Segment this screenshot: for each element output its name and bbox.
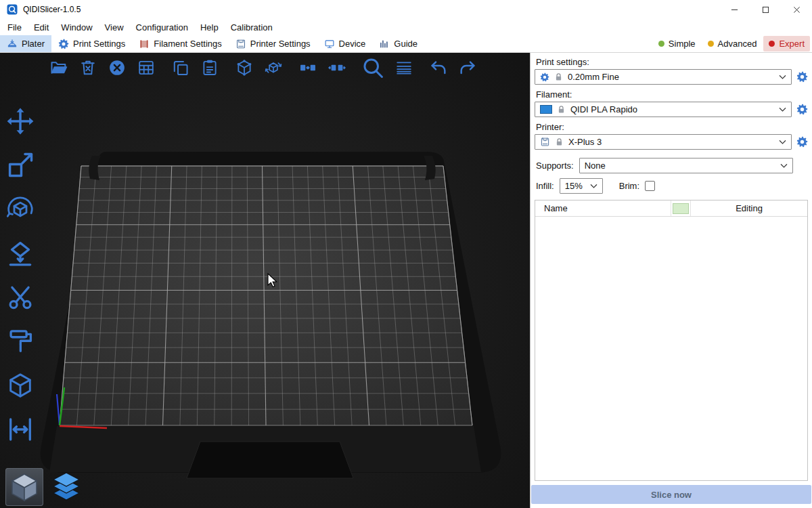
scissors-icon [5, 282, 35, 312]
delete-button[interactable] [78, 58, 98, 78]
print-settings-gear-button[interactable] [796, 71, 808, 83]
build-plate-scene [0, 53, 530, 508]
tab-guide[interactable]: Guide [372, 35, 424, 52]
titlebar: QIDISlicer-1.0.5 [0, 0, 812, 19]
undo-icon [429, 58, 448, 77]
redo-button[interactable] [457, 58, 478, 78]
search-icon [361, 56, 384, 79]
variable-layer-height-button[interactable] [394, 58, 414, 78]
sidebar: Print settings: 0.20mm Fine Filament: QI… [530, 53, 812, 508]
cut-button[interactable] [5, 282, 36, 313]
chevron-down-icon [779, 75, 786, 80]
column-extruder [671, 200, 691, 216]
supports-label: Supports: [536, 161, 574, 171]
mode-advanced[interactable]: Advanced [702, 36, 763, 51]
calipers-button[interactable] [5, 414, 36, 445]
search-button[interactable] [361, 58, 384, 78]
mode-expert[interactable]: Expert [763, 36, 810, 51]
maximize-button[interactable] [750, 0, 781, 19]
filament-combo[interactable]: QIDI PLA Rapido [535, 102, 792, 117]
gear-icon [540, 72, 549, 82]
split-to-parts-button[interactable] [327, 58, 347, 78]
supports-combo[interactable]: None [579, 158, 793, 173]
add-instance-button[interactable] [234, 58, 254, 78]
chevron-down-icon [779, 107, 786, 112]
delete-all-button[interactable] [107, 58, 127, 78]
mode-simple[interactable]: Simple [653, 36, 701, 51]
remove-instance-button[interactable] [263, 58, 284, 78]
redo-icon [458, 58, 477, 77]
guide-bars-icon [379, 39, 390, 49]
brim-checkbox[interactable] [645, 181, 655, 191]
editor-view-button[interactable] [5, 468, 43, 506]
extruder-chip [673, 203, 689, 214]
move-button[interactable] [5, 106, 36, 137]
printer-value: X-Plus 3 [568, 137, 602, 147]
tab-plater[interactable]: Plater [0, 35, 51, 52]
menu-help[interactable]: Help [194, 20, 225, 35]
window-title: QIDISlicer-1.0.5 [23, 5, 81, 14]
open-button[interactable] [49, 58, 69, 78]
brim-label: Brim: [619, 181, 639, 191]
menu-configuration[interactable]: Configuration [130, 20, 194, 35]
filament-gear-button[interactable] [796, 104, 808, 115]
chevron-down-icon [779, 140, 786, 145]
copy-icon [171, 58, 190, 77]
lock-icon [554, 72, 564, 82]
paste-button[interactable] [200, 58, 220, 78]
menu-window[interactable]: Window [55, 20, 98, 35]
tab-printer-settings[interactable]: Printer Settings [229, 35, 317, 52]
infill-combo[interactable]: 15% [560, 178, 603, 194]
close-button[interactable] [781, 0, 812, 19]
tab-device-label: Device [339, 39, 366, 49]
tab-device[interactable]: Device [317, 35, 373, 52]
lock-icon [556, 104, 566, 114]
place-on-face-button[interactable] [5, 238, 36, 269]
object-list-body[interactable] [535, 217, 807, 480]
cube-rotate-icon [264, 58, 283, 77]
paste-icon [200, 58, 219, 77]
printer-gear-button[interactable] [796, 136, 808, 148]
gear-icon [796, 71, 808, 83]
plater-icon [7, 39, 18, 49]
object-list[interactable]: Name Editing [535, 200, 808, 481]
arrange-button[interactable] [136, 58, 156, 78]
paint-supports-button[interactable] [5, 326, 36, 357]
slice-now-button[interactable]: Slice now [531, 485, 811, 504]
mode-advanced-label: Advanced [718, 39, 757, 49]
3d-viewport[interactable] [0, 53, 530, 508]
tab-print-settings[interactable]: Print Settings [51, 35, 132, 52]
app-logo-icon [7, 4, 18, 15]
column-name: Name [535, 203, 671, 213]
move-icon [5, 106, 35, 136]
menu-calibration[interactable]: Calibration [225, 20, 279, 35]
scale-button[interactable] [5, 150, 36, 181]
menu-file[interactable]: File [1, 20, 28, 35]
gear-icon [796, 104, 808, 115]
menu-edit[interactable]: Edit [28, 20, 55, 35]
split-to-objects-button[interactable] [298, 58, 318, 78]
preview-view-button[interactable] [47, 468, 85, 506]
qidislicer-window: QIDISlicer-1.0.5 File Edit Window View C… [0, 0, 812, 508]
filament-label: Filament: [536, 89, 808, 100]
rotate-button[interactable] [5, 194, 36, 225]
place-on-face-icon [5, 238, 35, 268]
menu-view[interactable]: View [99, 20, 130, 35]
printer-combo[interactable]: X-Plus 3 [535, 134, 792, 150]
measure-button[interactable] [5, 370, 36, 401]
circle-x-icon [108, 58, 127, 77]
trash-icon [78, 58, 97, 77]
undo-button[interactable] [428, 58, 449, 78]
gear-icon [796, 136, 808, 148]
filament-value: QIDI PLA Rapido [570, 104, 637, 114]
minimize-button[interactable] [719, 0, 750, 19]
calipers-icon [5, 415, 35, 444]
split-objects-icon [298, 58, 317, 77]
printer-icon [540, 137, 550, 147]
maximize-icon [762, 6, 769, 14]
print-settings-combo[interactable]: 0.20mm Fine [535, 69, 792, 85]
menubar: File Edit Window View Configuration Help… [0, 19, 812, 35]
copy-button[interactable] [171, 58, 191, 78]
tab-filament-settings[interactable]: Filament Settings [132, 35, 228, 52]
mode-expert-label: Expert [779, 39, 805, 49]
